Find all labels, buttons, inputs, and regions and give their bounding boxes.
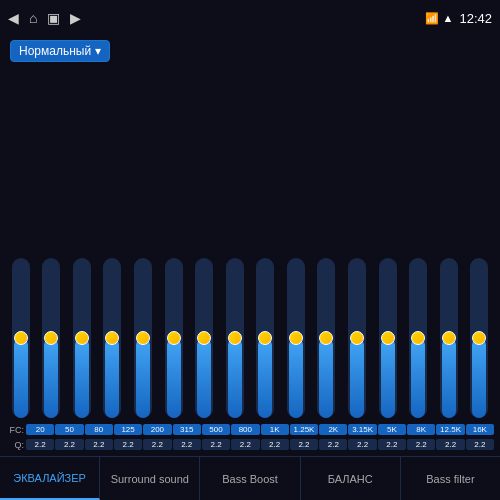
slider-thumb[interactable] [350,331,364,345]
band-wrapper [220,258,250,418]
fc-value: 20 [26,424,54,435]
slider-track[interactable] [226,258,244,418]
chevron-down-icon: ▾ [95,44,101,58]
back-icon[interactable]: ◀ [8,10,19,26]
q-value: 2.2 [143,439,171,450]
slider-track[interactable] [42,258,60,418]
fc-row: FC: 2050801252003155008001K1.25K2K3.15K5… [6,422,494,437]
tab-balance[interactable]: БАЛАНС [301,457,401,500]
q-value: 2.2 [319,439,347,450]
band-wrapper [159,258,189,418]
slider-thumb[interactable] [289,331,303,345]
band-wrapper [281,258,311,418]
fc-values: 2050801252003155008001K1.25K2K3.15K5K8K1… [26,424,494,435]
window-icon[interactable]: ▣ [47,10,60,26]
play-icon[interactable]: ▶ [70,10,81,26]
slider-fill [472,338,486,418]
slider-fill [350,338,364,418]
slider-thumb[interactable] [14,331,28,345]
nav-controls: ◀ ⌂ ▣ ▶ [8,10,81,26]
q-value: 2.2 [261,439,289,450]
slider-track[interactable] [348,258,366,418]
slider-fill [14,338,28,418]
clock: 12:42 [459,11,492,26]
q-value: 2.2 [26,439,54,450]
sliders-container [6,72,494,422]
q-value: 2.2 [348,439,376,450]
slider-track[interactable] [134,258,152,418]
q-value: 2.2 [378,439,406,450]
slider-thumb[interactable] [75,331,89,345]
band-wrapper [403,258,433,418]
q-value: 2.2 [55,439,83,450]
preset-bar: Нормальный ▾ [0,36,500,66]
slider-fill [44,338,58,418]
screen: ◀ ⌂ ▣ ▶ 📶 ▲ 12:42 Нормальный ▾ FC: 20508… [0,0,500,500]
slider-fill [289,338,303,418]
slider-track[interactable] [195,258,213,418]
slider-thumb[interactable] [167,331,181,345]
slider-fill [319,338,333,418]
q-value: 2.2 [114,439,142,450]
band-wrapper [67,258,97,418]
fc-value: 315 [173,424,201,435]
q-value: 2.2 [466,439,494,450]
fc-value: 500 [202,424,230,435]
preset-dropdown[interactable]: Нормальный ▾ [10,40,110,62]
band-wrapper [342,258,372,418]
status-area: 📶 ▲ 12:42 [425,11,492,26]
slider-track[interactable] [165,258,183,418]
slider-thumb[interactable] [411,331,425,345]
status-icons: 📶 ▲ [425,12,454,25]
fc-value: 80 [85,424,113,435]
slider-track[interactable] [103,258,121,418]
q-value: 2.2 [231,439,259,450]
slider-fill [197,338,211,418]
q-value: 2.2 [202,439,230,450]
band-wrapper [373,258,403,418]
fc-value: 12.5K [436,424,464,435]
fc-label: FC: [6,425,24,435]
slider-track[interactable] [409,258,427,418]
q-value: 2.2 [85,439,113,450]
band-wrapper [434,258,464,418]
q-value: 2.2 [436,439,464,450]
slider-thumb[interactable] [136,331,150,345]
tab-bassboost[interactable]: Bass Boost [200,457,300,500]
fc-value: 200 [143,424,171,435]
slider-thumb[interactable] [381,331,395,345]
slider-fill [258,338,272,418]
band-wrapper [98,258,128,418]
slider-track[interactable] [12,258,30,418]
band-wrapper [128,258,158,418]
tab-surround[interactable]: Surround sound [100,457,200,500]
tab-equalizer[interactable]: ЭКВАЛАЙЗЕР [0,457,100,500]
slider-track[interactable] [317,258,335,418]
fc-value: 8K [407,424,435,435]
slider-track[interactable] [440,258,458,418]
slider-track[interactable] [256,258,274,418]
band-wrapper [189,258,219,418]
wifi-icon: 📶 [425,12,439,25]
slider-thumb[interactable] [228,331,242,345]
top-bar: ◀ ⌂ ▣ ▶ 📶 ▲ 12:42 [0,0,500,36]
slider-fill [167,338,181,418]
home-icon[interactable]: ⌂ [29,10,37,26]
fc-value: 800 [231,424,259,435]
slider-fill [442,338,456,418]
preset-label: Нормальный [19,44,91,58]
band-wrapper [312,258,342,418]
slider-track[interactable] [379,258,397,418]
q-value: 2.2 [173,439,201,450]
eq-area: FC: 2050801252003155008001K1.25K2K3.15K5… [0,66,500,456]
fc-value: 1K [261,424,289,435]
slider-thumb[interactable] [442,331,456,345]
band-wrapper [6,258,36,418]
tab-bassfilter[interactable]: Bass filter [401,457,500,500]
band-wrapper [464,258,494,418]
slider-track[interactable] [470,258,488,418]
slider-track[interactable] [287,258,305,418]
fc-value: 125 [114,424,142,435]
fc-value: 1.25K [290,424,318,435]
slider-track[interactable] [73,258,91,418]
